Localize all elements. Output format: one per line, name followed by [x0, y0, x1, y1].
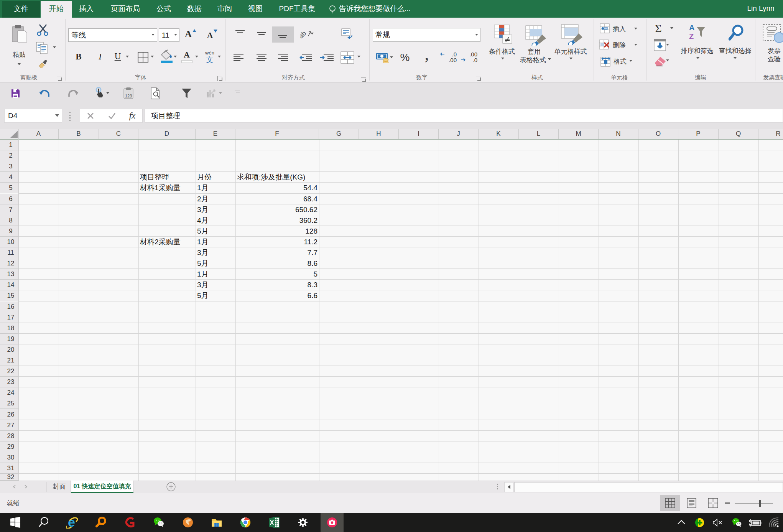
svg-text:A: A	[689, 24, 694, 32]
svg-text:Z: Z	[689, 32, 694, 41]
svg-text:123: 123	[125, 94, 132, 98]
svg-text:ab: ab	[300, 30, 308, 40]
